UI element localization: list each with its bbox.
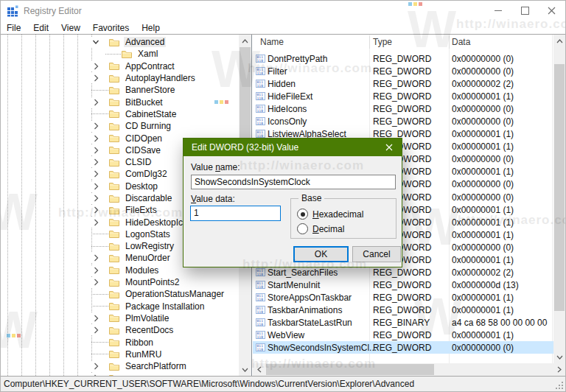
radio-unselected-icon[interactable]	[297, 223, 308, 234]
list-row-hidden[interactable]: 011110HiddenREG_DWORD0x00000002 (2)	[253, 77, 553, 90]
value-data-input[interactable]: 1	[190, 206, 281, 221]
tree-item-label: Xaml	[136, 49, 159, 59]
list-row-iconsonly[interactable]: 011110IconsOnlyREG_DWORD0x00000000 (0)	[253, 115, 553, 127]
list-cell-data: 0x0000000d (13)	[452, 280, 519, 290]
dword-icon: 011110	[256, 318, 265, 326]
tree-connector-line	[91, 342, 108, 343]
tree-item-ribbon[interactable]: Ribbon	[1, 336, 239, 348]
status-path: Computer\HKEY_CURRENT_USER\SOFTWARE\Micr…	[4, 379, 414, 389]
chevron-collapsed-icon[interactable]	[91, 193, 101, 203]
list-row-webview[interactable]: 011110WebViewREG_DWORD0x00000001 (1)	[253, 329, 553, 341]
tree-connector-line	[91, 113, 108, 114]
chevron-collapsed-icon[interactable]	[91, 169, 101, 179]
folder-icon	[108, 337, 120, 347]
menu-favorites[interactable]: Favorites	[92, 23, 130, 33]
tree-item-cabinetstate[interactable]: CabinetState	[1, 108, 239, 120]
scroll-up-icon[interactable]	[239, 35, 251, 47]
chevron-collapsed-icon[interactable]	[91, 265, 101, 276]
chevron-collapsed-icon[interactable]	[91, 61, 101, 71]
chevron-collapsed-icon[interactable]	[91, 313, 101, 323]
list-cell-data: a4 ca 68 58 00 00 00 00	[452, 318, 547, 328]
tree-item-autoplayhandlers[interactable]: AutoplayHandlers	[1, 72, 239, 84]
list-row-hideicons[interactable]: 011110HideIconsREG_DWORD0x00000000 (0)	[253, 102, 553, 115]
tree-item-cd-burning[interactable]: CD Burning	[1, 120, 239, 132]
list-header-column-type[interactable]: Type	[373, 37, 392, 47]
menu-help[interactable]: Help	[141, 23, 161, 33]
tree-item-bannerstore[interactable]: BannerStore	[1, 84, 239, 96]
maximize-button[interactable]	[511, 1, 538, 20]
folder-icon	[108, 109, 120, 119]
tree-item-mountpoints2[interactable]: MountPoints2	[1, 276, 239, 288]
menu-edit[interactable]: Edit	[32, 23, 49, 33]
scroll-down-icon[interactable]	[239, 363, 251, 376]
svg-text:110: 110	[257, 122, 264, 125]
list-header-column-name[interactable]: Name	[260, 37, 284, 47]
tree-item-appcontract[interactable]: AppContract	[1, 60, 239, 72]
tree-item-runmru[interactable]: RunMRU	[1, 349, 239, 360]
tree-item-package-installation[interactable]: Package Installation	[1, 301, 239, 312]
scroll-down-icon[interactable]	[553, 351, 565, 363]
chevron-collapsed-icon[interactable]	[91, 157, 101, 167]
list-hscrollbar-thumb[interactable]	[266, 364, 434, 375]
chevron-collapsed-icon[interactable]	[91, 253, 101, 263]
list-row-dontprettypath[interactable]: 011110DontPrettyPathREG_DWORD0x00000000 …	[253, 52, 553, 65]
scroll-right-icon[interactable]	[553, 363, 565, 376]
tree-item-xaml[interactable]: Xaml	[1, 48, 239, 60]
list-header-column-data[interactable]: Data	[452, 37, 470, 47]
list-row-taskbarstatelastrun[interactable]: 011110TaskbarStateLastRunREG_BINARYa4 ca…	[253, 316, 553, 329]
chevron-collapsed-icon[interactable]	[91, 121, 101, 131]
tree-item-searchplatform[interactable]: SearchPlatform	[1, 360, 239, 372]
radio-decimal[interactable]: Decimal	[297, 223, 396, 234]
resize-grip[interactable]	[562, 388, 563, 389]
tree-item-recentdocs[interactable]: RecentDocs	[1, 324, 239, 336]
chevron-collapsed-icon[interactable]	[91, 217, 101, 228]
radio-selected-icon[interactable]	[297, 209, 308, 220]
chevron-collapsed-icon[interactable]	[91, 97, 101, 108]
list-cell-type: REG_DWORD	[373, 293, 431, 303]
tree-item-operationstatusmanager[interactable]: OperationStatusManager	[1, 288, 239, 300]
list-row-taskbaranimations[interactable]: 011110TaskbarAnimationsREG_DWORD0x000000…	[253, 304, 553, 316]
list-row-hidefileext[interactable]: 011110HideFileExtREG_DWORD0x00000001 (1)	[253, 90, 553, 102]
ok-button[interactable]: OK	[293, 246, 349, 262]
chevron-collapsed-icon[interactable]	[91, 145, 101, 155]
svg-text:110: 110	[257, 323, 264, 326]
tree-item-label: SearchPlatform	[124, 361, 188, 371]
scroll-up-icon[interactable]	[553, 35, 565, 47]
value-name-label: Value name:	[191, 162, 240, 172]
chevron-collapsed-icon[interactable]	[91, 325, 101, 335]
chevron-collapsed-icon[interactable]	[91, 277, 101, 287]
value-name-field[interactable]: ShowSecondsInSystemClock	[191, 175, 396, 189]
tree-item-bitbucket[interactable]: BitBucket	[1, 96, 239, 108]
radio-hexadecimal[interactable]: Hexadecimal	[297, 209, 396, 220]
list-hscrollbar[interactable]	[253, 363, 565, 376]
list-row-startmenuinit[interactable]: 011110StartMenuInitREG_DWORD0x0000000d (…	[253, 279, 553, 291]
chevron-collapsed-icon[interactable]	[91, 73, 101, 83]
chevron-collapsed-icon[interactable]	[91, 181, 101, 192]
list-cell-data: 0x00000000 (0)	[452, 343, 514, 353]
chevron-collapsed-icon[interactable]	[91, 361, 101, 371]
folder-icon	[108, 290, 120, 299]
dialog-close-button[interactable]	[377, 139, 402, 156]
window-title: Registry Editor	[24, 6, 82, 16]
list-row-storeappsontaskbar[interactable]: 011110StoreAppsOnTaskbarREG_DWORD0x00000…	[253, 291, 553, 304]
tree-item-label: LogonStats	[124, 229, 172, 239]
list-row-start-searchfiles[interactable]: 011110Start_SearchFilesREG_DWORD0x000000…	[253, 266, 553, 279]
list-vscrollbar-thumb[interactable]	[554, 64, 565, 311]
radio-label: Hexadecimal	[312, 209, 363, 220]
list-row-showsecondsinsystemcl[interactable]: 011110ShowSecondsInSystemCl...REG_DWORD0…	[253, 341, 553, 354]
scroll-left-icon[interactable]	[253, 363, 265, 376]
tree-item-label: AutoplayHandlers	[124, 73, 197, 83]
chevron-collapsed-icon[interactable]	[91, 133, 101, 144]
menu-view[interactable]: View	[60, 23, 81, 33]
list-row-filter[interactable]: 011110FilterREG_DWORD0x00000000 (0)	[253, 65, 553, 77]
menu-file[interactable]: File	[6, 23, 21, 33]
chevron-collapsed-icon[interactable]	[91, 205, 101, 215]
dialog-titlebar[interactable]: Edit DWORD (32-bit) Value	[184, 139, 402, 156]
tree-item-plmvolatile[interactable]: PlmVolatile	[1, 312, 239, 324]
close-button[interactable]	[538, 1, 565, 20]
tree-item-advanced[interactable]: Advanced	[1, 36, 239, 48]
chevron-expanded-icon[interactable]	[91, 37, 101, 47]
cancel-button[interactable]: Cancel	[352, 246, 401, 262]
list-vscrollbar[interactable]	[553, 35, 565, 363]
minimize-button[interactable]	[485, 1, 511, 20]
